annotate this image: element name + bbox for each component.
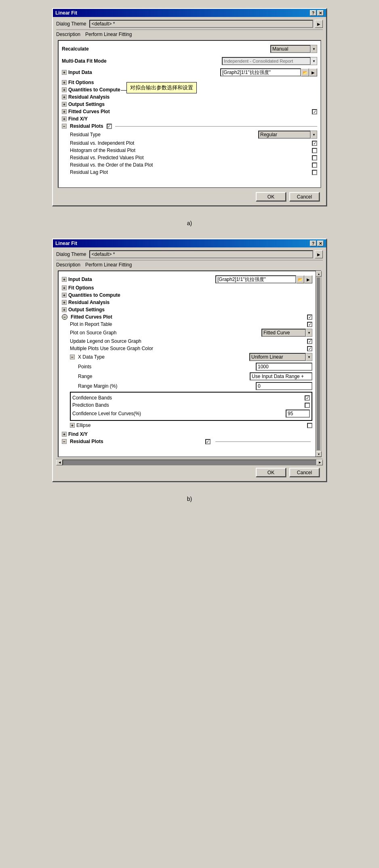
- input-data-input-a[interactable]: [220, 68, 301, 76]
- range-margin-input[interactable]: [256, 382, 312, 390]
- residual-type-dropdown[interactable]: Regular: [258, 131, 311, 139]
- confidence-box: Confidence Bands Prediction Bands Confid…: [70, 392, 312, 421]
- input-data-row-a: + Input Data 📂 ▶: [62, 68, 317, 77]
- plot-on-source-dropdown[interactable]: Fitted Curve: [261, 329, 306, 337]
- title-b: Linear Fit: [55, 241, 77, 246]
- residual-vs-order-row: Residual vs. the Order of the Data Plot: [62, 161, 317, 169]
- scroll-right-btn-b[interactable]: ▶: [316, 460, 323, 465]
- residual-vs-independent-label: Residual vs. Independent Plot: [70, 140, 134, 146]
- fitted-curves-expand-a[interactable]: +: [62, 109, 67, 114]
- recalculate-dropdown[interactable]: Manual: [270, 45, 311, 53]
- fitted-curves-checkbox-b[interactable]: [307, 315, 312, 320]
- input-data-arrow-b[interactable]: ▶: [304, 275, 312, 283]
- input-data-expand-a[interactable]: +: [62, 70, 67, 75]
- residual-vs-independent-row: Residual vs. Independent Plot: [62, 139, 317, 147]
- residual-plots-expand-b[interactable]: −: [62, 439, 67, 444]
- fitted-curves-label-a: Fitted Curves Plot: [68, 109, 110, 114]
- fitted-curves-checkbox-a[interactable]: [312, 109, 317, 114]
- ellipse-label: Ellipse: [76, 422, 91, 428]
- fit-options-expand-a[interactable]: +: [62, 80, 67, 85]
- residual-plots-section-b: − Residual Plots: [62, 439, 312, 444]
- x-data-expand[interactable]: −: [70, 355, 75, 359]
- quantities-expand-b[interactable]: +: [62, 293, 67, 298]
- update-legend-checkbox[interactable]: [307, 339, 312, 344]
- close-btn-a[interactable]: ✕: [317, 10, 324, 16]
- theme-arrow-btn-a[interactable]: ▶: [315, 20, 323, 28]
- title-bar-b: Linear Fit ? ✕: [53, 239, 326, 247]
- confidence-bands-checkbox[interactable]: [305, 395, 310, 401]
- dialog-b: Linear Fit ? ✕ Dialog Theme ▶ Descriptio…: [52, 239, 327, 482]
- ellipse-checkbox[interactable]: [307, 423, 312, 428]
- points-label: Points: [78, 364, 91, 370]
- multi-data-arrow[interactable]: ▼: [311, 57, 317, 65]
- residual-vs-order-checkbox[interactable]: [312, 163, 317, 168]
- recalculate-label: Recalculate: [62, 46, 89, 52]
- output-settings-expand-b[interactable]: +: [62, 307, 67, 312]
- scroll-h-track-b[interactable]: [63, 460, 316, 465]
- confidence-bands-row: Confidence Bands: [72, 394, 310, 401]
- input-data-browse-a[interactable]: 📂: [301, 68, 309, 76]
- scroll-up-btn-b[interactable]: ▲: [316, 271, 322, 277]
- residual-plots-expand-a[interactable]: −: [62, 124, 67, 129]
- multi-data-dropdown[interactable]: Independent - Consolidated Report: [222, 57, 311, 65]
- find-xy-label-b: Find X/Y: [68, 431, 88, 437]
- help-btn-b[interactable]: ?: [310, 241, 316, 246]
- input-data-expand-b[interactable]: +: [62, 277, 67, 282]
- prediction-bands-checkbox[interactable]: [305, 403, 310, 408]
- residual-vs-independent-checkbox[interactable]: [312, 141, 317, 146]
- update-legend-row: Update Legend on Source Graph: [62, 338, 312, 345]
- theme-label-b: Dialog Theme: [56, 251, 86, 257]
- multi-data-label: Multi-Data Fit Mode: [62, 58, 107, 64]
- scroll-thumb-b[interactable]: [317, 277, 320, 450]
- output-settings-expand-a[interactable]: +: [62, 102, 67, 107]
- fitted-curves-expand-b[interactable]: −: [62, 314, 67, 320]
- cancel-btn-a[interactable]: Cancel: [289, 192, 320, 201]
- scroll-left-btn-b[interactable]: ◀: [56, 460, 63, 465]
- points-input[interactable]: [256, 363, 312, 371]
- points-row: Points: [62, 362, 312, 372]
- input-data-browse-b[interactable]: 📂: [296, 275, 304, 283]
- residual-vs-predicted-checkbox[interactable]: [312, 155, 317, 161]
- main-area-wrapper-b: + Input Data 📂 ▶ + Fit Optio: [56, 270, 323, 457]
- theme-input-b[interactable]: [89, 250, 313, 258]
- residual-plots-checkbox-b[interactable]: [205, 439, 211, 444]
- help-btn-a[interactable]: ?: [310, 10, 316, 16]
- plot-in-report-checkbox[interactable]: [307, 322, 312, 327]
- scrollbar-v-b[interactable]: ▲ ▼: [316, 270, 321, 457]
- residual-analysis-expand-a[interactable]: +: [62, 95, 67, 99]
- fit-options-row-b: + Fit Options: [62, 284, 312, 291]
- plot-on-source-arrow[interactable]: ▼: [306, 329, 312, 337]
- ok-btn-b[interactable]: OK: [256, 468, 286, 477]
- residual-analysis-expand-b[interactable]: +: [62, 300, 67, 305]
- input-data-arrow-a[interactable]: ▶: [309, 68, 317, 76]
- find-xy-expand-a[interactable]: +: [62, 116, 67, 121]
- scroll-down-btn-b[interactable]: ▼: [316, 451, 322, 457]
- fit-options-expand-b[interactable]: +: [62, 285, 67, 290]
- theme-arrow-btn-b[interactable]: ▶: [315, 250, 323, 258]
- residual-lag-checkbox[interactable]: [312, 170, 317, 175]
- multiple-plots-checkbox[interactable]: [307, 346, 312, 351]
- residual-type-arrow[interactable]: ▼: [311, 131, 317, 139]
- recalculate-arrow[interactable]: ▼: [311, 45, 317, 53]
- histogram-residual-checkbox[interactable]: [312, 148, 317, 153]
- plot-on-source-value: Fitted Curve: [263, 330, 290, 336]
- theme-input-a[interactable]: [89, 20, 313, 28]
- range-input[interactable]: [250, 372, 312, 380]
- x-data-dropdown[interactable]: Uniform Linear: [249, 353, 306, 361]
- fitted-curves-row-a: + Fitted Curves Plot: [62, 108, 317, 115]
- scrollbar-h-b[interactable]: ◀ ▶: [56, 459, 323, 465]
- confidence-level-input[interactable]: [286, 410, 310, 418]
- input-data-input-b[interactable]: [215, 275, 296, 283]
- plot-on-source-label: Plot on Source Graph: [70, 330, 116, 336]
- prediction-bands-row: Prediction Bands: [72, 401, 310, 409]
- ok-btn-a[interactable]: OK: [256, 192, 286, 201]
- find-xy-expand-b[interactable]: +: [62, 432, 67, 437]
- residual-analysis-label-b: Residual Analysis: [68, 300, 109, 305]
- x-data-arrow[interactable]: ▼: [306, 353, 312, 361]
- cancel-btn-b[interactable]: Cancel: [289, 468, 320, 477]
- ellipse-expand[interactable]: +: [70, 423, 75, 428]
- quantities-expand[interactable]: +: [62, 87, 67, 92]
- residual-plots-checkbox-a[interactable]: [107, 124, 112, 129]
- close-btn-b[interactable]: ✕: [317, 241, 324, 246]
- title-bar-a: Linear Fit ? ✕: [53, 9, 326, 17]
